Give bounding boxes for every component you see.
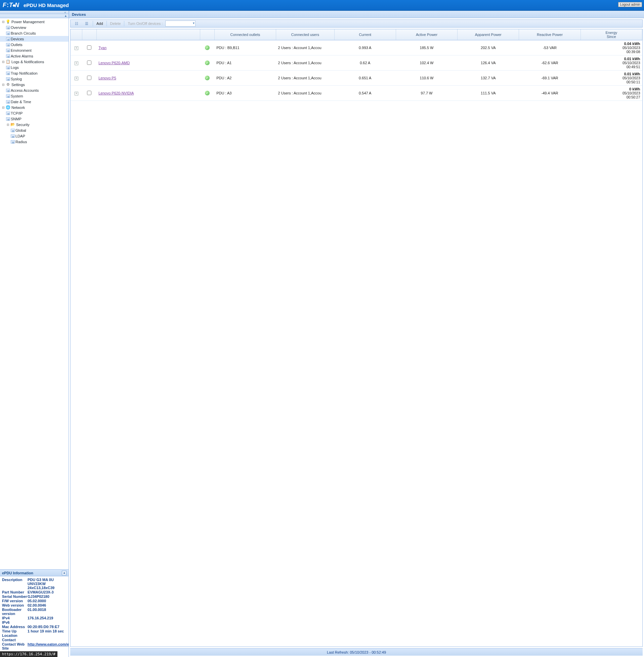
panel-icon — [6, 117, 10, 121]
table-row[interactable]: + Lenovo P5 PDU : A2 2 Users : Account 1… — [71, 71, 642, 86]
nav-outlets[interactable]: Outlets — [0, 42, 69, 47]
info-value: EVMAGU23X-3 — [27, 590, 54, 594]
info-label: Bootloader version — [2, 608, 27, 616]
info-row: F/W version05.02.0000 — [2, 599, 67, 603]
col-users[interactable]: Connected users — [276, 29, 335, 40]
nav-network[interactable]: ⊟Network — [0, 105, 69, 110]
nav-snmp[interactable]: SNMP — [0, 116, 69, 122]
nav-ldap[interactable]: LDAP — [0, 133, 69, 139]
info-label: IPv4 — [2, 616, 27, 620]
info-label: Time Up — [2, 629, 27, 633]
info-row: Location — [2, 633, 67, 637]
cell-reactive-power: -53 VAR — [519, 40, 580, 55]
table-row[interactable]: + Lenovo P620-AMD PDU : A1 2 Users : Acc… — [71, 55, 642, 71]
row-checkbox[interactable] — [87, 61, 91, 65]
collapse-info-icon[interactable]: ▴ — [62, 571, 67, 575]
col-outlets[interactable]: Connected outlets — [214, 29, 276, 40]
collapse-sidebar-icon[interactable]: « — [63, 11, 68, 14]
info-value: 176.16.254.219 — [27, 616, 53, 620]
tree-toggle-icon[interactable]: ⊟ — [1, 60, 5, 64]
status-ok-icon — [205, 91, 210, 95]
panel-icon — [11, 129, 15, 132]
cell-apparent-power: 132.7 VA — [458, 71, 519, 86]
tree-toggle-icon[interactable]: ⊟ — [1, 83, 5, 86]
tree-toggle-icon[interactable]: ⊟ — [6, 123, 10, 126]
col-expand[interactable] — [71, 29, 82, 40]
nav-system[interactable]: System — [0, 93, 69, 99]
table-row[interactable]: + Lenovo P620-NVIDIA PDU : A3 2 Users : … — [71, 86, 642, 101]
page-title: Devices — [69, 11, 644, 18]
nav-logs-notifications[interactable]: ⊟Logs & Notifications — [0, 59, 69, 65]
device-link[interactable]: Tyan — [98, 46, 107, 50]
col-energy[interactable]: EnergySince — [580, 29, 642, 40]
onoff-select[interactable] — [165, 21, 196, 26]
panel-icon — [6, 54, 10, 58]
col-current[interactable]: Current — [334, 29, 396, 40]
scroll-up-icon[interactable]: ▲ — [64, 14, 67, 18]
cell-reactive-power: -69.1 VAR — [519, 71, 580, 86]
cell-active-power: 97.7 W — [396, 86, 457, 101]
tree-toggle-icon[interactable]: ⊟ — [1, 20, 5, 24]
status-ok-icon — [205, 61, 210, 65]
cell-reactive-power: -49.4 VAR — [519, 86, 580, 101]
view-list-button[interactable]: ☰ — [82, 20, 91, 27]
nav-radius[interactable]: Radius — [0, 139, 69, 144]
col-apparent[interactable]: Apparent Power — [458, 29, 519, 40]
nav-logs[interactable]: Logs — [0, 65, 69, 70]
row-checkbox[interactable] — [87, 45, 91, 50]
nav-date-time[interactable]: Date & Time — [0, 99, 69, 105]
cell-energy: 0 kWh05/10/202300:50:27 — [580, 86, 642, 101]
col-name[interactable] — [96, 29, 200, 40]
gears-icon — [5, 82, 11, 87]
info-label: Serial Number — [2, 594, 27, 598]
nav-environment[interactable]: Environment — [0, 47, 69, 53]
nav-devices[interactable]: Devices — [0, 36, 69, 42]
info-row: Web version02.00.0046 — [2, 603, 67, 607]
nav-power-management[interactable]: ⊟Power Management — [0, 19, 69, 25]
tree-view-icon: ☷ — [74, 21, 79, 26]
add-button[interactable]: Add — [94, 21, 105, 26]
row-checkbox[interactable] — [87, 91, 91, 95]
col-check[interactable] — [82, 29, 96, 40]
cell-outlets: PDU : B9,B11 — [214, 40, 276, 55]
device-link[interactable]: Lenovo P5 — [98, 76, 116, 80]
nav-tcpip[interactable]: TCP/IP — [0, 110, 69, 116]
expand-row-icon[interactable]: + — [74, 46, 78, 50]
panel-icon — [6, 66, 10, 69]
cell-current: 0.547 A — [334, 86, 396, 101]
device-link[interactable]: Lenovo P620-NVIDIA — [98, 91, 134, 95]
tree-toggle-icon[interactable]: ⊟ — [1, 106, 5, 109]
delete-button[interactable]: Delete — [108, 21, 123, 26]
status-bar-url: https://176.16.254.219/# — [0, 651, 58, 657]
row-checkbox[interactable] — [87, 76, 91, 80]
status-ok-icon — [205, 76, 210, 80]
nav-trap[interactable]: Trap Notification — [0, 70, 69, 76]
table-row[interactable]: + Tyan PDU : B9,B11 2 Users : Account 1,… — [71, 40, 642, 55]
info-label: Location — [2, 633, 27, 637]
info-value: 1 hour 19 min 18 sec — [27, 629, 64, 633]
cell-active-power: 102.4 W — [396, 55, 457, 71]
cell-outlets: PDU : A3 — [214, 86, 276, 101]
device-link[interactable]: Lenovo P620-AMD — [98, 61, 130, 65]
nav-global[interactable]: Global — [0, 127, 69, 133]
nav-security[interactable]: ⊟Security — [0, 122, 69, 127]
nav-overview[interactable]: Overview — [0, 25, 69, 30]
col-reactive[interactable]: Reactive Power — [519, 29, 580, 40]
expand-row-icon[interactable]: + — [74, 62, 78, 65]
nav-syslog[interactable]: Syslog — [0, 76, 69, 82]
nav-access-accounts[interactable]: Access Accounts — [0, 87, 69, 93]
panel-icon — [6, 112, 10, 115]
info-row: Mac Address00:20:85:D0:78:E7 — [2, 625, 67, 629]
info-label: Description — [2, 578, 27, 590]
expand-row-icon[interactable]: + — [74, 92, 78, 95]
status-ok-icon — [205, 45, 210, 50]
nav-active-alarms[interactable]: Active Alarms — [0, 53, 69, 59]
col-status[interactable] — [200, 29, 214, 40]
logout-button[interactable]: Logout admin — [618, 2, 642, 7]
nav-settings[interactable]: ⊟Settings — [0, 82, 69, 87]
panel-icon — [11, 140, 15, 143]
view-tree-button[interactable]: ☷ — [72, 20, 81, 27]
col-active[interactable]: Active Power — [396, 29, 457, 40]
nav-branch-circuits[interactable]: Branch Circuits — [0, 30, 69, 36]
expand-row-icon[interactable]: + — [74, 76, 78, 80]
